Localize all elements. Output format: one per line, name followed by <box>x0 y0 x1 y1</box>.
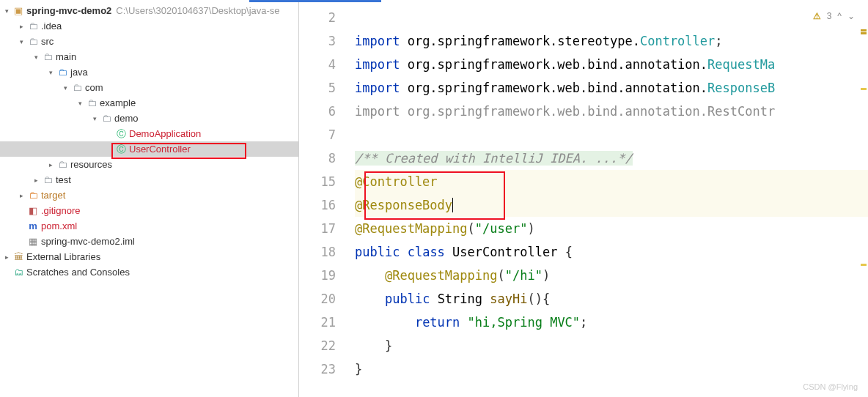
tree-item-main[interactable]: ▾ 🗀 main <box>0 49 298 64</box>
tree-label: target <box>41 190 65 201</box>
line-number[interactable]: 19 <box>299 264 336 287</box>
chevron-right-icon[interactable]: ▸ <box>45 161 56 168</box>
tree-label: spring-mvc-demo2 <box>26 5 111 16</box>
project-tree[interactable]: ▾ ▣ spring-mvc-demo2 C:\Users\3020104637… <box>0 0 299 397</box>
scratches-icon: 🗂 <box>12 267 25 278</box>
tree-label: spring-mvc-demo2.iml <box>41 236 135 247</box>
code-line[interactable]: } <box>355 334 868 357</box>
tree-item-test[interactable]: ▸ 🗀 test <box>0 172 298 188</box>
code-area[interactable]: import org.springframework.stereotype.Co… <box>349 0 868 397</box>
line-number[interactable]: 7 <box>299 123 336 146</box>
tree-item-src[interactable]: ▾ 🗀 src <box>0 34 298 49</box>
chevron-down-icon[interactable]: ▾ <box>31 53 41 61</box>
chevron-right-icon[interactable]: ▸ <box>16 192 26 199</box>
class-icon: Ⓒ <box>114 143 128 156</box>
tree-label: .gitignore <box>41 205 80 216</box>
error-stripe[interactable] <box>859 0 867 397</box>
code-line[interactable]: return "hi,Spring MVC"; <box>355 311 868 334</box>
tree-label: UserController <box>129 144 191 155</box>
line-gutter[interactable]: 2 3 4 5 6 7 8 15 16 17 18 19 20 21 22 23 <box>299 0 349 397</box>
chevron-down-icon[interactable]: ▾ <box>75 100 85 107</box>
code-line[interactable]: import org.springframework.web.bind.anno… <box>355 76 868 100</box>
stripe-mark[interactable] <box>861 264 867 266</box>
code-line[interactable]: import org.springframework.stereotype.Co… <box>355 29 868 53</box>
tree-label: .idea <box>41 21 62 31</box>
chevron-down-icon[interactable]: ▾ <box>45 69 56 76</box>
inspections-widget[interactable]: ⚠ 3 ^ ⌄ <box>813 4 855 28</box>
line-number[interactable]: 2 <box>299 6 336 29</box>
warning-icon: ⚠ <box>813 4 821 28</box>
line-number[interactable]: 16 <box>299 193 336 217</box>
resources-folder-icon: 🗀 <box>56 159 69 170</box>
code-line[interactable] <box>355 6 868 29</box>
tree-item-idea[interactable]: ▸ 🗀 .idea <box>0 18 298 34</box>
chevron-right-icon[interactable]: ▸ <box>1 253 12 261</box>
code-line[interactable]: @RequestMapping("/hi") <box>355 264 868 287</box>
code-editor[interactable]: 2 3 4 5 6 7 8 15 16 17 18 19 20 21 22 23… <box>299 0 868 397</box>
tree-label: test <box>56 174 71 185</box>
line-number[interactable]: 20 <box>299 287 336 311</box>
line-number[interactable]: 3 <box>299 29 336 53</box>
line-number[interactable]: 23 <box>299 357 336 381</box>
tree-item-gitignore[interactable]: ◧ .gitignore <box>0 203 298 218</box>
class-icon: Ⓒ <box>114 127 128 141</box>
line-number[interactable]: 21 <box>299 311 336 334</box>
code-line[interactable]: @RequestMapping("/user") <box>355 217 868 240</box>
warning-count: 3 <box>827 4 832 28</box>
folder-icon: 🗀 <box>26 36 40 47</box>
tree-label: demo <box>114 113 139 124</box>
tree-item-usercontroller[interactable]: Ⓒ UserController <box>0 141 298 157</box>
tree-item-example[interactable]: ▾ 🗀 example <box>0 95 298 111</box>
code-line[interactable] <box>355 123 868 146</box>
tree-label: External Libraries <box>26 251 100 262</box>
line-number[interactable]: 17 <box>299 217 336 240</box>
folder-icon: 🗀 <box>41 174 54 185</box>
code-line[interactable]: @ResponseBody <box>355 193 868 217</box>
tree-item-target[interactable]: ▸ 🗀 target <box>0 188 298 203</box>
line-number[interactable]: 8 <box>299 146 336 170</box>
tree-item-scratches[interactable]: 🗂 Scratches and Consoles <box>0 264 298 280</box>
tree-item-pom[interactable]: m pom.xml <box>0 218 298 234</box>
tree-root[interactable]: ▾ ▣ spring-mvc-demo2 C:\Users\3020104637… <box>0 3 298 18</box>
line-number[interactable]: 5 <box>299 76 336 100</box>
tree-item-resources[interactable]: ▸ 🗀 resources <box>0 157 298 172</box>
chevron-down-icon[interactable]: ▾ <box>16 38 26 45</box>
tree-item-java[interactable]: ▾ 🗀 java <box>0 64 298 80</box>
chevron-down-icon[interactable]: ▾ <box>89 115 100 122</box>
chevron-right-icon[interactable]: ▸ <box>16 23 26 30</box>
line-number[interactable]: 4 <box>299 53 336 76</box>
folder-icon: 🗀 <box>26 21 40 31</box>
code-line[interactable]: import org.springframework.web.bind.anno… <box>355 53 868 76</box>
package-icon: 🗀 <box>85 97 98 108</box>
code-line[interactable]: public class UserController { <box>355 240 868 264</box>
line-number[interactable]: 15 <box>299 170 336 193</box>
tree-label: resources <box>70 159 112 170</box>
watermark: CSDN @Flying <box>803 382 858 391</box>
code-line[interactable]: } <box>355 357 868 381</box>
tree-item-demoapp[interactable]: Ⓒ DemoApplication <box>0 126 298 141</box>
stripe-warning[interactable] <box>861 32 867 34</box>
tree-item-com[interactable]: ▾ 🗀 com <box>0 80 298 95</box>
tree-item-iml[interactable]: ▦ spring-mvc-demo2.iml <box>0 234 298 249</box>
line-number[interactable]: 18 <box>299 240 336 264</box>
next-highlight-icon[interactable]: ⌄ <box>847 4 855 28</box>
stripe-mark[interactable] <box>861 88 867 90</box>
folder-icon: 🗀 <box>41 51 54 62</box>
chevron-down-icon[interactable]: ▾ <box>1 7 12 15</box>
maven-icon: m <box>26 220 40 231</box>
code-line[interactable]: public String sayHi(){ <box>355 287 868 311</box>
tree-label: main <box>56 51 76 62</box>
tree-label: src <box>41 36 54 47</box>
tree-item-demo[interactable]: ▾ 🗀 demo <box>0 111 298 126</box>
tree-item-external[interactable]: ▸ 🏛 External Libraries <box>0 249 298 264</box>
code-line[interactable]: @Controller <box>355 170 868 193</box>
line-number[interactable]: 6 <box>299 100 336 123</box>
prev-highlight-icon[interactable]: ^ <box>837 4 842 28</box>
code-line[interactable]: /** Created with IntelliJ IDEA. ...*/ <box>355 146 868 170</box>
chevron-right-icon[interactable]: ▸ <box>31 177 41 184</box>
chevron-down-icon[interactable]: ▾ <box>60 84 70 92</box>
line-number[interactable]: 22 <box>299 334 336 357</box>
code-line[interactable]: import org.springframework.web.bind.anno… <box>355 100 868 123</box>
stripe-warning[interactable] <box>861 29 867 31</box>
tree-label: pom.xml <box>41 220 77 231</box>
